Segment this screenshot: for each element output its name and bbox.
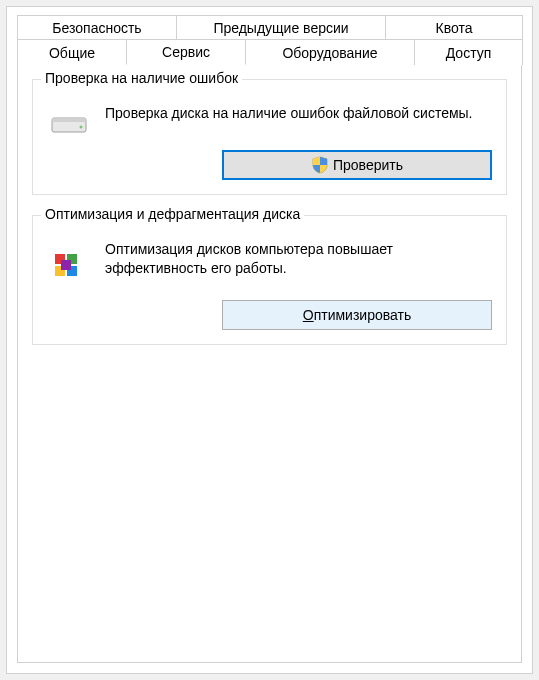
- group-title-check: Проверка на наличие ошибок: [41, 70, 242, 86]
- group-title-optimize: Оптимизация и дефрагментация диска: [41, 206, 304, 222]
- tab-quota[interactable]: Квота: [385, 15, 523, 40]
- disk-icon-cell: [47, 104, 91, 136]
- svg-rect-1: [52, 118, 86, 122]
- disk-icon: [51, 114, 87, 136]
- optimize-button-row: Оптимизировать: [47, 300, 492, 330]
- shield-icon: [311, 156, 329, 174]
- defrag-icon: [51, 250, 87, 286]
- group-optimize: Оптимизация и дефрагментация диска Оптим…: [32, 215, 507, 345]
- tab-row-1: Безопасность Предыдущие версии Квота: [17, 15, 522, 40]
- tab-general[interactable]: Общие: [17, 39, 127, 65]
- group-body-check: Проверка диска на наличие ошибок файлово…: [47, 104, 492, 136]
- check-button-row: Проверить: [47, 150, 492, 180]
- tab-sharing[interactable]: Доступ: [414, 39, 523, 65]
- optimize-description: Оптимизация дисков компьютера повышает э…: [105, 240, 492, 278]
- check-button[interactable]: Проверить: [222, 150, 492, 180]
- tab-row-2: Общие Сервис Оборудование Доступ: [17, 39, 522, 65]
- check-button-label: Проверить: [333, 157, 403, 173]
- tab-content: Проверка на наличие ошибок Проверка диск…: [17, 65, 522, 663]
- group-body-optimize: Оптимизация дисков компьютера повышает э…: [47, 240, 492, 286]
- tab-security[interactable]: Безопасность: [17, 15, 177, 40]
- defrag-icon-cell: [47, 240, 91, 286]
- tab-hardware[interactable]: Оборудование: [245, 39, 415, 65]
- tab-previous-versions[interactable]: Предыдущие версии: [176, 15, 386, 40]
- properties-dialog: Безопасность Предыдущие версии Квота Общ…: [6, 6, 533, 674]
- optimize-button-label: Оптимизировать: [303, 307, 411, 323]
- optimize-button[interactable]: Оптимизировать: [222, 300, 492, 330]
- group-error-checking: Проверка на наличие ошибок Проверка диск…: [32, 79, 507, 195]
- tab-tools[interactable]: Сервис: [126, 39, 246, 65]
- tab-area: Безопасность Предыдущие версии Квота Общ…: [7, 7, 532, 65]
- svg-rect-7: [61, 260, 71, 270]
- svg-point-2: [80, 126, 83, 129]
- check-description: Проверка диска на наличие ошибок файлово…: [105, 104, 492, 123]
